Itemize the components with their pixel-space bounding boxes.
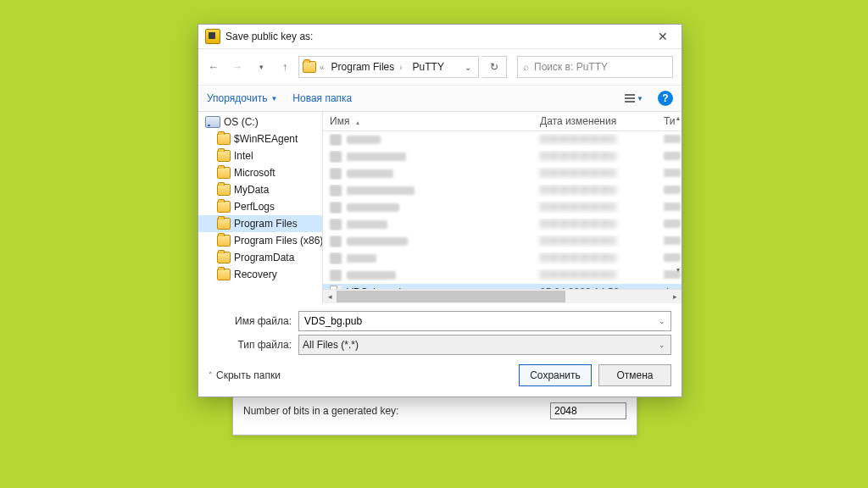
scroll-right-button[interactable]: ▸ <box>668 292 682 301</box>
tree-item-label: OS (C:) <box>224 116 259 128</box>
file-list-pane: Имя ▴ Дата изменения Ти ▴ <box>323 112 682 303</box>
file-list-header[interactable]: Имя ▴ Дата изменения Ти ▴ <box>323 112 682 131</box>
list-item[interactable] <box>323 250 682 267</box>
hide-folders-toggle[interactable]: ˄ Скрыть папки <box>209 369 281 381</box>
save-file-dialog: Save public key as: ✕ ← → ▾ ↑ « Program … <box>198 24 682 397</box>
nav-up-button[interactable]: ↑ <box>275 57 295 77</box>
drive-icon <box>205 116 220 128</box>
tree-item-label: Microsoft <box>234 167 275 179</box>
tree-item[interactable]: Microsoft <box>198 164 322 181</box>
scroll-thumb[interactable] <box>337 291 565 302</box>
tree-item-label: Program Files (x86) <box>234 235 322 247</box>
new-folder-button[interactable]: Новая папка <box>292 92 352 104</box>
nav-recent-dropdown[interactable]: ▾ <box>251 57 271 77</box>
toolbar: Упорядочить ▼ Новая папка ▼ ? <box>198 85 682 112</box>
dialog-body: OS (C:)$WinREAgentIntelMicrosoftMyDataPe… <box>198 112 682 303</box>
file-icon <box>330 286 342 289</box>
chevron-down-icon[interactable]: ⌄ <box>657 317 667 325</box>
tree-item[interactable]: ProgramData <box>198 249 322 266</box>
puttygen-window: Number of bits in a generated key: <box>232 391 637 435</box>
list-item-selected[interactable]: VDS_bg.pub 25.04.2023 14:52 Фа <box>323 284 682 289</box>
help-button[interactable]: ? <box>658 91 673 106</box>
bits-input[interactable] <box>550 402 626 419</box>
column-name[interactable]: Имя ▴ <box>323 115 533 127</box>
horizontal-scrollbar[interactable]: ◂ ▸ <box>323 289 682 303</box>
nav-back-button[interactable]: ← <box>203 57 224 77</box>
filename-field[interactable]: ⌄ <box>298 311 671 331</box>
list-item[interactable] <box>323 131 682 148</box>
tree-item-label: MyData <box>234 184 269 196</box>
list-item[interactable] <box>323 182 682 199</box>
tree-item-label: Program Files <box>234 218 298 230</box>
folder-icon <box>303 61 316 73</box>
chevron-up-icon: ˄ <box>209 371 213 380</box>
tree-item-label: Recovery <box>234 269 277 280</box>
list-item[interactable] <box>323 148 682 165</box>
scroll-down-button[interactable]: ▾ <box>676 266 680 274</box>
breadcrumb-program-files[interactable]: Program Files › <box>328 57 406 77</box>
list-item[interactable] <box>323 216 682 233</box>
breadcrumb-ellipsis[interactable]: « <box>320 63 325 72</box>
list-item[interactable] <box>323 267 682 284</box>
save-button[interactable]: Сохранить <box>519 364 592 386</box>
list-item[interactable] <box>323 199 682 216</box>
folder-icon <box>217 184 231 196</box>
tree-item[interactable]: Recovery <box>198 266 322 283</box>
file-name: VDS_bg.pub <box>347 286 404 289</box>
tree-item[interactable]: Program Files (x86) <box>198 232 322 249</box>
filename-area: Имя файла: ⌄ Тип файла: All Files (*.*) … <box>198 303 682 356</box>
tree-item[interactable]: Program Files <box>198 215 322 232</box>
search-placeholder: Поиск в: PuTTY <box>534 61 608 73</box>
organize-button[interactable]: Упорядочить ▼ <box>207 92 277 104</box>
breadcrumb-putty[interactable]: PuTTY <box>409 57 448 77</box>
chevron-down-icon[interactable]: ⌄ <box>657 341 667 349</box>
nav-forward-button[interactable]: → <box>227 57 248 77</box>
sort-asc-icon: ▴ <box>356 119 359 126</box>
tree-item[interactable]: OS (C:) <box>198 114 322 130</box>
filetype-value: All Files (*.*) <box>303 339 359 351</box>
puttygen-icon <box>205 29 220 44</box>
folder-tree[interactable]: OS (C:)$WinREAgentIntelMicrosoftMyDataPe… <box>198 112 323 303</box>
tree-item[interactable]: Intel <box>198 147 322 164</box>
file-date: 25.04.2023 14:52 <box>533 286 657 289</box>
tree-item[interactable]: PerfLogs <box>198 198 322 215</box>
folder-icon <box>217 201 231 213</box>
tree-item[interactable]: MyData <box>198 181 322 198</box>
tree-item-label: PerfLogs <box>234 201 275 213</box>
search-icon: ⌕ <box>523 61 529 73</box>
file-list[interactable]: VDS_bg.pub 25.04.2023 14:52 Фа ▾ <box>323 131 682 289</box>
chevron-down-icon: ▼ <box>270 95 277 103</box>
tree-item-label: $WinREAgent <box>234 133 298 145</box>
scroll-up-button[interactable]: ▴ <box>676 114 680 122</box>
file-type: Фа <box>657 286 682 289</box>
column-date[interactable]: Дата изменения <box>533 115 657 127</box>
folder-icon <box>217 252 231 263</box>
folder-icon <box>217 167 231 179</box>
close-button[interactable]: ✕ <box>646 25 680 48</box>
search-input[interactable]: ⌕ Поиск в: PuTTY <box>517 56 673 78</box>
scroll-left-button[interactable]: ◂ <box>323 292 337 301</box>
breadcrumb-dropdown-icon[interactable]: ⌄ <box>461 63 475 72</box>
address-bar-row: ← → ▾ ↑ « Program Files › PuTTY ⌄ ↻ ⌕ По… <box>198 49 682 85</box>
titlebar: Save public key as: ✕ <box>198 25 682 49</box>
chevron-down-icon: ▼ <box>637 95 643 103</box>
breadcrumb[interactable]: « Program Files › PuTTY ⌄ <box>298 56 479 78</box>
list-item[interactable] <box>323 165 682 182</box>
list-item[interactable] <box>323 233 682 250</box>
view-mode-button[interactable]: ▼ <box>617 88 651 108</box>
refresh-button[interactable]: ↻ <box>482 56 507 78</box>
folder-icon <box>217 218 231 230</box>
filename-label: Имя файла: <box>209 315 298 327</box>
filename-input[interactable] <box>303 314 657 328</box>
filetype-combobox[interactable]: All Files (*.*) ⌄ <box>298 335 671 355</box>
tree-item-label: ProgramData <box>234 252 294 263</box>
cancel-button[interactable]: Отмена <box>598 364 671 386</box>
folder-icon <box>217 133 231 145</box>
bits-label: Number of bits in a generated key: <box>243 405 550 417</box>
tree-item[interactable]: $WinREAgent <box>198 130 322 147</box>
dialog-title: Save public key as: <box>225 30 646 42</box>
folder-icon <box>217 150 231 162</box>
filetype-label: Тип файла: <box>209 339 298 351</box>
tree-item-label: Intel <box>234 150 253 162</box>
list-view-icon <box>625 94 635 103</box>
